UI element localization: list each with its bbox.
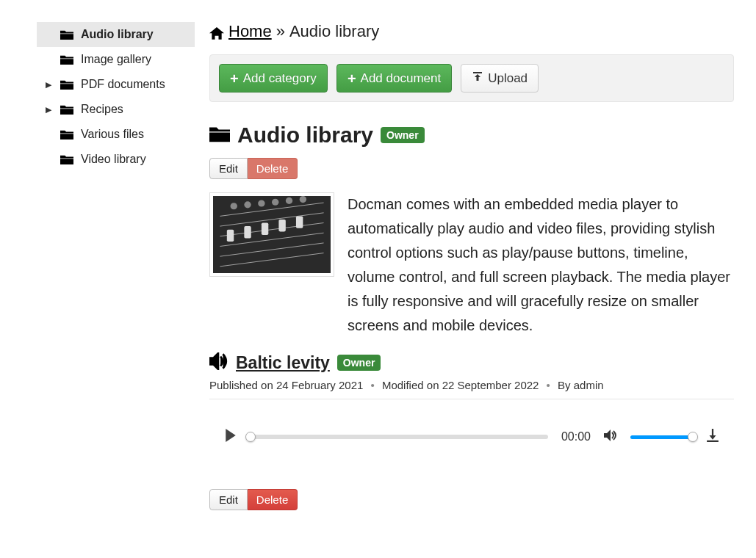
category-thumbnail — [209, 192, 334, 277]
delete-document-button[interactable]: Delete — [248, 489, 298, 510]
svg-point-12 — [231, 203, 237, 209]
delete-category-button[interactable]: Delete — [248, 158, 298, 179]
folder-icon — [60, 104, 73, 115]
seek-thumb[interactable] — [245, 432, 256, 442]
document-meta: Published on 24 February 2021 • Modified… — [209, 379, 734, 399]
folder-icon — [60, 54, 73, 65]
published-label: Published on — [209, 379, 273, 391]
svg-rect-7 — [227, 230, 234, 242]
svg-point-14 — [258, 200, 264, 206]
volume-slider[interactable] — [630, 435, 693, 439]
breadcrumb-home-link[interactable]: Home — [228, 22, 272, 41]
svg-rect-10 — [278, 220, 285, 231]
breadcrumb-separator: » — [276, 22, 285, 41]
svg-rect-8 — [244, 226, 251, 238]
button-label: Upload — [488, 71, 528, 86]
sidebar-item-audio-library[interactable]: ▶ Audio library — [37, 22, 195, 47]
page-title: Audio library — [237, 123, 373, 148]
button-label: Add category — [243, 71, 317, 86]
sidebar-item-label: Audio library — [81, 28, 154, 41]
upload-button[interactable]: Upload — [461, 64, 539, 93]
edit-category-button[interactable]: Edit — [209, 158, 248, 179]
main-content: Home » Audio library + Add category + Ad… — [209, 22, 734, 523]
audio-player: 00:00 — [209, 421, 734, 452]
download-button[interactable] — [706, 429, 719, 445]
sidebar-item-label: Video library — [81, 153, 146, 166]
seek-slider[interactable] — [251, 435, 548, 439]
document-actions: Edit Delete — [209, 489, 298, 510]
play-button[interactable] — [224, 429, 237, 445]
sidebar-item-label: Recipes — [81, 103, 123, 116]
time-display: 00:00 — [561, 430, 591, 443]
svg-rect-9 — [262, 223, 268, 235]
author: admin — [574, 379, 604, 391]
svg-point-13 — [244, 201, 251, 208]
modified-label: Modified on — [382, 379, 439, 391]
caret-icon[interactable]: ▶ — [46, 105, 53, 115]
sidebar-item-label: Image gallery — [81, 53, 151, 66]
toolbar: + Add category + Add document Upload — [209, 54, 734, 102]
sidebar: ▶ Audio library ▶ Image gallery ▶ PDF do… — [37, 22, 195, 523]
sidebar-item-recipes[interactable]: ▶ Recipes — [37, 97, 195, 122]
svg-point-16 — [286, 198, 292, 204]
meta-separator: • — [547, 379, 550, 391]
breadcrumb-current: Audio library — [289, 22, 379, 41]
description-block: Docman comes with an embedded media play… — [209, 192, 734, 338]
sidebar-item-video-library[interactable]: ▶ Video library — [37, 147, 195, 172]
volume-thumb[interactable] — [688, 432, 698, 442]
add-category-button[interactable]: + Add category — [219, 64, 328, 93]
by-label: By — [558, 379, 571, 391]
caret-icon[interactable]: ▶ — [46, 80, 53, 90]
breadcrumb: Home » Audio library — [209, 22, 734, 41]
svg-point-17 — [300, 196, 306, 203]
folder-icon — [60, 79, 73, 90]
sidebar-item-various-files[interactable]: ▶ Various files — [37, 122, 195, 147]
modified-date: 22 September 2022 — [442, 379, 539, 391]
folder-icon — [209, 125, 230, 145]
published-date: 24 February 2021 — [276, 379, 363, 391]
plus-icon: + — [230, 71, 239, 86]
sidebar-item-label: PDF documents — [81, 78, 165, 91]
folder-icon — [60, 129, 73, 140]
folder-icon — [60, 29, 73, 40]
add-document-button[interactable]: + Add document — [336, 64, 452, 93]
sidebar-item-image-gallery[interactable]: ▶ Image gallery — [37, 47, 195, 72]
page-title-row: Audio library Owner — [209, 123, 734, 148]
document-title-link[interactable]: Baltic levity — [236, 353, 330, 373]
meta-separator: • — [371, 379, 375, 391]
category-actions: Edit Delete — [209, 158, 298, 179]
speaker-icon — [209, 352, 228, 373]
owner-badge: Owner — [381, 127, 425, 143]
sidebar-item-label: Various files — [81, 128, 144, 141]
upload-icon — [472, 70, 483, 86]
edit-document-button[interactable]: Edit — [209, 489, 248, 510]
category-description: Docman comes with an embedded media play… — [348, 192, 734, 338]
home-icon — [209, 25, 224, 38]
folder-icon — [60, 154, 73, 164]
sidebar-item-pdf-documents[interactable]: ▶ PDF documents — [37, 72, 195, 97]
document-title-row: Baltic levity Owner — [209, 352, 734, 373]
svg-point-15 — [272, 199, 278, 206]
volume-icon[interactable] — [604, 429, 617, 445]
button-label: Add document — [361, 71, 442, 86]
svg-rect-11 — [296, 216, 303, 228]
owner-badge: Owner — [337, 355, 381, 371]
plus-icon: + — [348, 71, 356, 86]
